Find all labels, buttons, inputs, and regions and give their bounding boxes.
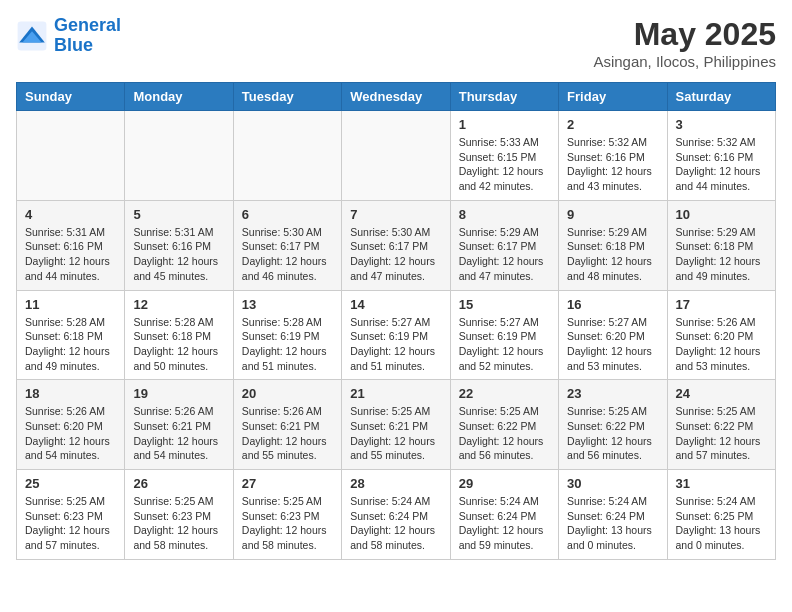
day-number: 4	[25, 207, 116, 222]
day-info: Sunrise: 5:26 AM Sunset: 6:21 PM Dayligh…	[242, 404, 333, 463]
day-info: Sunrise: 5:25 AM Sunset: 6:22 PM Dayligh…	[676, 404, 767, 463]
calendar-day-cell: 6Sunrise: 5:30 AM Sunset: 6:17 PM Daylig…	[233, 200, 341, 290]
page-header: General Blue May 2025 Asingan, Ilocos, P…	[16, 16, 776, 70]
day-number: 28	[350, 476, 441, 491]
calendar-day-cell: 8Sunrise: 5:29 AM Sunset: 6:17 PM Daylig…	[450, 200, 558, 290]
month-title: May 2025	[593, 16, 776, 53]
day-info: Sunrise: 5:26 AM Sunset: 6:20 PM Dayligh…	[676, 315, 767, 374]
day-info: Sunrise: 5:25 AM Sunset: 6:23 PM Dayligh…	[133, 494, 224, 553]
day-info: Sunrise: 5:25 AM Sunset: 6:22 PM Dayligh…	[459, 404, 550, 463]
day-number: 6	[242, 207, 333, 222]
calendar-day-cell: 12Sunrise: 5:28 AM Sunset: 6:18 PM Dayli…	[125, 290, 233, 380]
day-info: Sunrise: 5:27 AM Sunset: 6:19 PM Dayligh…	[350, 315, 441, 374]
day-info: Sunrise: 5:33 AM Sunset: 6:15 PM Dayligh…	[459, 135, 550, 194]
day-number: 1	[459, 117, 550, 132]
day-number: 26	[133, 476, 224, 491]
calendar-day-cell	[17, 111, 125, 201]
logo-general: General	[54, 15, 121, 35]
day-info: Sunrise: 5:25 AM Sunset: 6:23 PM Dayligh…	[25, 494, 116, 553]
day-number: 30	[567, 476, 658, 491]
day-number: 10	[676, 207, 767, 222]
day-info: Sunrise: 5:27 AM Sunset: 6:20 PM Dayligh…	[567, 315, 658, 374]
day-number: 21	[350, 386, 441, 401]
calendar-day-cell: 25Sunrise: 5:25 AM Sunset: 6:23 PM Dayli…	[17, 470, 125, 560]
weekday-header: Sunday	[17, 83, 125, 111]
day-info: Sunrise: 5:28 AM Sunset: 6:18 PM Dayligh…	[133, 315, 224, 374]
calendar-day-cell: 23Sunrise: 5:25 AM Sunset: 6:22 PM Dayli…	[559, 380, 667, 470]
day-number: 14	[350, 297, 441, 312]
calendar-week-row: 4Sunrise: 5:31 AM Sunset: 6:16 PM Daylig…	[17, 200, 776, 290]
day-number: 17	[676, 297, 767, 312]
day-info: Sunrise: 5:25 AM Sunset: 6:23 PM Dayligh…	[242, 494, 333, 553]
calendar-week-row: 11Sunrise: 5:28 AM Sunset: 6:18 PM Dayli…	[17, 290, 776, 380]
day-number: 20	[242, 386, 333, 401]
day-number: 19	[133, 386, 224, 401]
day-number: 23	[567, 386, 658, 401]
calendar-day-cell: 11Sunrise: 5:28 AM Sunset: 6:18 PM Dayli…	[17, 290, 125, 380]
day-info: Sunrise: 5:31 AM Sunset: 6:16 PM Dayligh…	[25, 225, 116, 284]
day-number: 7	[350, 207, 441, 222]
day-number: 16	[567, 297, 658, 312]
day-info: Sunrise: 5:30 AM Sunset: 6:17 PM Dayligh…	[350, 225, 441, 284]
day-number: 18	[25, 386, 116, 401]
calendar-week-row: 1Sunrise: 5:33 AM Sunset: 6:15 PM Daylig…	[17, 111, 776, 201]
calendar-day-cell: 20Sunrise: 5:26 AM Sunset: 6:21 PM Dayli…	[233, 380, 341, 470]
day-info: Sunrise: 5:32 AM Sunset: 6:16 PM Dayligh…	[567, 135, 658, 194]
calendar-day-cell: 7Sunrise: 5:30 AM Sunset: 6:17 PM Daylig…	[342, 200, 450, 290]
day-number: 13	[242, 297, 333, 312]
day-number: 27	[242, 476, 333, 491]
weekday-header: Thursday	[450, 83, 558, 111]
day-number: 11	[25, 297, 116, 312]
day-number: 2	[567, 117, 658, 132]
day-info: Sunrise: 5:24 AM Sunset: 6:24 PM Dayligh…	[459, 494, 550, 553]
calendar-day-cell: 1Sunrise: 5:33 AM Sunset: 6:15 PM Daylig…	[450, 111, 558, 201]
calendar-week-row: 18Sunrise: 5:26 AM Sunset: 6:20 PM Dayli…	[17, 380, 776, 470]
calendar-day-cell: 14Sunrise: 5:27 AM Sunset: 6:19 PM Dayli…	[342, 290, 450, 380]
location: Asingan, Ilocos, Philippines	[593, 53, 776, 70]
day-info: Sunrise: 5:28 AM Sunset: 6:18 PM Dayligh…	[25, 315, 116, 374]
day-number: 3	[676, 117, 767, 132]
day-number: 15	[459, 297, 550, 312]
calendar-day-cell: 18Sunrise: 5:26 AM Sunset: 6:20 PM Dayli…	[17, 380, 125, 470]
day-number: 31	[676, 476, 767, 491]
calendar-day-cell	[125, 111, 233, 201]
weekday-header: Saturday	[667, 83, 775, 111]
calendar-day-cell: 3Sunrise: 5:32 AM Sunset: 6:16 PM Daylig…	[667, 111, 775, 201]
calendar-day-cell: 24Sunrise: 5:25 AM Sunset: 6:22 PM Dayli…	[667, 380, 775, 470]
calendar-day-cell: 15Sunrise: 5:27 AM Sunset: 6:19 PM Dayli…	[450, 290, 558, 380]
weekday-header: Wednesday	[342, 83, 450, 111]
weekday-header-row: SundayMondayTuesdayWednesdayThursdayFrid…	[17, 83, 776, 111]
day-number: 5	[133, 207, 224, 222]
day-number: 25	[25, 476, 116, 491]
day-info: Sunrise: 5:25 AM Sunset: 6:21 PM Dayligh…	[350, 404, 441, 463]
day-number: 9	[567, 207, 658, 222]
calendar-day-cell: 27Sunrise: 5:25 AM Sunset: 6:23 PM Dayli…	[233, 470, 341, 560]
day-number: 12	[133, 297, 224, 312]
day-info: Sunrise: 5:26 AM Sunset: 6:20 PM Dayligh…	[25, 404, 116, 463]
calendar-day-cell: 5Sunrise: 5:31 AM Sunset: 6:16 PM Daylig…	[125, 200, 233, 290]
day-info: Sunrise: 5:24 AM Sunset: 6:24 PM Dayligh…	[567, 494, 658, 553]
day-info: Sunrise: 5:31 AM Sunset: 6:16 PM Dayligh…	[133, 225, 224, 284]
calendar-day-cell: 13Sunrise: 5:28 AM Sunset: 6:19 PM Dayli…	[233, 290, 341, 380]
day-info: Sunrise: 5:28 AM Sunset: 6:19 PM Dayligh…	[242, 315, 333, 374]
logo-blue: Blue	[54, 36, 121, 56]
calendar-day-cell: 26Sunrise: 5:25 AM Sunset: 6:23 PM Dayli…	[125, 470, 233, 560]
calendar-day-cell: 29Sunrise: 5:24 AM Sunset: 6:24 PM Dayli…	[450, 470, 558, 560]
calendar-day-cell: 19Sunrise: 5:26 AM Sunset: 6:21 PM Dayli…	[125, 380, 233, 470]
weekday-header: Friday	[559, 83, 667, 111]
calendar-day-cell: 9Sunrise: 5:29 AM Sunset: 6:18 PM Daylig…	[559, 200, 667, 290]
day-info: Sunrise: 5:32 AM Sunset: 6:16 PM Dayligh…	[676, 135, 767, 194]
calendar-week-row: 25Sunrise: 5:25 AM Sunset: 6:23 PM Dayli…	[17, 470, 776, 560]
title-block: May 2025 Asingan, Ilocos, Philippines	[593, 16, 776, 70]
day-number: 24	[676, 386, 767, 401]
day-info: Sunrise: 5:29 AM Sunset: 6:17 PM Dayligh…	[459, 225, 550, 284]
calendar-day-cell: 31Sunrise: 5:24 AM Sunset: 6:25 PM Dayli…	[667, 470, 775, 560]
calendar-day-cell: 4Sunrise: 5:31 AM Sunset: 6:16 PM Daylig…	[17, 200, 125, 290]
day-info: Sunrise: 5:27 AM Sunset: 6:19 PM Dayligh…	[459, 315, 550, 374]
day-info: Sunrise: 5:29 AM Sunset: 6:18 PM Dayligh…	[676, 225, 767, 284]
calendar-day-cell: 21Sunrise: 5:25 AM Sunset: 6:21 PM Dayli…	[342, 380, 450, 470]
logo-text: General Blue	[54, 16, 121, 56]
day-number: 8	[459, 207, 550, 222]
calendar-day-cell	[342, 111, 450, 201]
logo-icon	[16, 20, 48, 52]
